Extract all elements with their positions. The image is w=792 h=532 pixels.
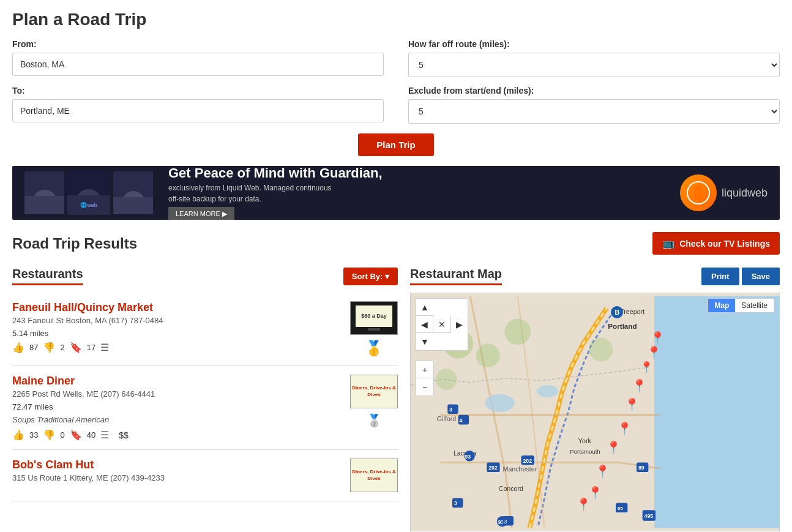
ad-person-3 [113, 171, 153, 214]
bookmark-icon-1[interactable]: 🔖 [70, 342, 82, 353]
pan-center-button[interactable]: ✕ [433, 316, 450, 333]
restaurant-info-3: Bob's Clam Hut 315 Us Route 1 Kittery, M… [12, 459, 343, 492]
dislike-icon-1[interactable]: 👎 [43, 342, 55, 353]
svg-text:65: 65 [618, 506, 623, 511]
restaurant-address-1: 243 Faneuil St Boston, MA (617) 787-0484 [12, 316, 343, 325]
left-panel: Restaurants Sort By: ▾ Faneuil Hall/Quin… [12, 267, 410, 531]
ad-brand-name: liquidweb [722, 187, 768, 200]
ad-text-area: Get Peace of Mind with Guardian, exclusi… [156, 166, 680, 220]
gold-badge-1: 🥇 [365, 340, 383, 357]
save-button[interactable]: Save [742, 268, 780, 285]
from-label: From: [12, 39, 384, 49]
like-icon-1[interactable]: 👍 [12, 342, 24, 353]
badge-area-1: 🥇 [365, 340, 383, 357]
ad-learn-more-button[interactable]: LEARN MORE ▶ [168, 207, 234, 220]
ad-people: 🌐web [24, 171, 156, 215]
results-section: Restaurants Sort By: ▾ Faneuil Hall/Quin… [12, 267, 780, 531]
map-header: Restaurant Map Print Save [410, 267, 780, 285]
pin-icon-7: 📍 [606, 441, 621, 454]
svg-text:202: 202 [523, 458, 532, 464]
svg-text:93: 93 [465, 454, 471, 460]
map-container[interactable]: Freeport Portland Laconia Concord York P… [410, 293, 780, 531]
restaurant-thumb-1: $60 a Day [350, 301, 398, 335]
restaurant-item-2: Maine Diner 2265 Post Rd Wells, ME (207)… [12, 366, 398, 450]
restaurant-info-1: Faneuil Hall/Quincy Market 243 Faneuil S… [12, 301, 343, 357]
pan-up-button[interactable]: ▲ [416, 299, 433, 316]
destination-marker: B [611, 306, 623, 318]
dislike-count-2: 0 [60, 430, 64, 440]
svg-text:3: 3 [504, 519, 507, 525]
restaurant-thumb-2: Diners, Drive-Ins & Dives [350, 375, 398, 408]
pin-icon-6: 📍 [617, 422, 632, 435]
to-label: To: [12, 86, 384, 96]
zoom-controls: + − [416, 361, 434, 396]
results-title: Road Trip Results [12, 235, 137, 252]
exclude-select[interactable]: 5101525 [408, 99, 780, 124]
map-view-button[interactable]: Map [708, 299, 735, 312]
restaurant-address-3: 315 Us Route 1 Kittery, ME (207) 439-423… [12, 473, 343, 482]
svg-point-7 [436, 369, 457, 390]
tv-icon: 📺 [662, 238, 674, 249]
off-route-group: How far off route (miles): 5101525 [408, 39, 780, 77]
restaurants-title: Restaurants [12, 267, 83, 285]
restaurant-name-2[interactable]: Maine Diner [12, 375, 343, 388]
svg-text:3: 3 [454, 500, 457, 506]
pin-icon-10: 📍 [576, 498, 591, 511]
svg-point-6 [476, 343, 500, 367]
pan-left-button[interactable]: ◀ [416, 316, 433, 333]
restaurant-thumb-3: Diners, Drive-Ins & Dives [350, 459, 398, 492]
pan-down-button[interactable]: ▼ [416, 333, 433, 350]
plan-trip-button[interactable]: Plan Trip [358, 133, 433, 156]
svg-text:York: York [578, 437, 592, 444]
off-route-label: How far off route (miles): [408, 39, 780, 49]
like-count-2: 33 [29, 430, 38, 440]
badge-area-2: 🥈 [367, 413, 382, 428]
price-label-2: $$ [119, 430, 129, 440]
plan-trip-container: Plan Trip [12, 133, 780, 156]
like-count-1: 87 [29, 343, 38, 352]
sort-button[interactable]: Sort By: ▾ [343, 268, 398, 285]
print-button[interactable]: Print [701, 268, 739, 285]
zoom-out-button[interactable]: − [416, 378, 433, 395]
right-panel: Restaurant Map Print Save [410, 267, 780, 531]
map-pin-2: 📍 [646, 345, 662, 360]
pin-icon-8: 📍 [595, 465, 610, 478]
restaurant-actions-1: 👍 87 👎 2 🔖 17 ☰ [12, 342, 343, 353]
svg-text:Manchester: Manchester [503, 465, 537, 473]
satellite-view-button[interactable]: Satellite [735, 299, 774, 312]
pin-icon-3: 📍 [640, 361, 653, 373]
map-controls: ▲ ◀ ✕ ▶ ▼ [416, 298, 468, 351]
restaurant-right-3: Diners, Drive-Ins & Dives [350, 459, 398, 492]
map-pin-5: 📍 [624, 397, 640, 412]
map-pin-10: 📍 [576, 497, 591, 512]
from-input[interactable] [12, 53, 384, 76]
restaurant-name-1[interactable]: Faneuil Hall/Quincy Market [12, 301, 343, 314]
map-pin-7: 📍 [606, 440, 621, 455]
off-route-select[interactable]: 5101525 [408, 53, 780, 77]
zoom-in-button[interactable]: + [416, 361, 433, 378]
svg-point-8 [504, 319, 531, 345]
map-pin-6: 📍 [617, 421, 632, 436]
restaurant-name-3[interactable]: Bob's Clam Hut [12, 459, 343, 471]
results-title-row: Road Trip Results 📺 Check our TV Listing… [12, 232, 780, 255]
svg-point-10 [485, 394, 515, 412]
svg-point-9 [589, 338, 613, 362]
bookmark-icon-2[interactable]: 🔖 [70, 429, 82, 441]
svg-text:Concord: Concord [499, 485, 523, 492]
like-icon-2[interactable]: 👍 [12, 429, 24, 441]
dislike-icon-2[interactable]: 👎 [43, 429, 55, 441]
tv-listings-button[interactable]: 📺 Check our TV Listings [652, 232, 780, 255]
map-pin-8: 📍 [595, 464, 610, 479]
ad-person-2: 🌐web [67, 171, 110, 215]
list-icon-2[interactable]: ☰ [100, 429, 109, 441]
list-icon-1[interactable]: ☰ [100, 342, 109, 353]
svg-text:202: 202 [488, 465, 498, 471]
to-input[interactable] [12, 99, 384, 122]
pan-right-button[interactable]: ▶ [450, 316, 468, 333]
map-type-buttons: Map Satellite [708, 298, 774, 313]
pin-icon-2: 📍 [646, 346, 662, 359]
ad-logo-icon [680, 174, 717, 211]
form-row-1: From: How far off route (miles): 5101525 [12, 39, 780, 77]
restaurant-actions-2: 👍 33 👎 0 🔖 40 ☰ $$ [12, 429, 343, 441]
from-group: From: [12, 39, 384, 77]
